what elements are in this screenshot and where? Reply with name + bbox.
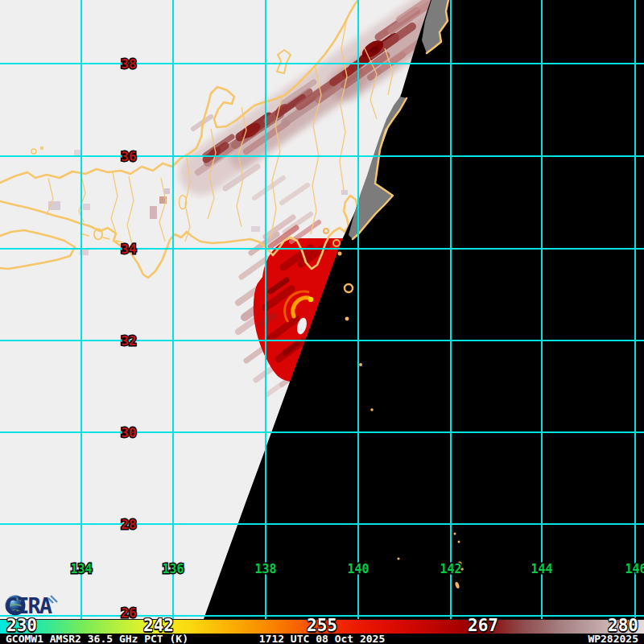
lon-label-146: 146: [625, 562, 644, 576]
lat-label-30: 30: [121, 425, 136, 440]
product-title: GCOMW1 AMSR2 36.5 GHz PCT (K): [6, 634, 188, 644]
info-bar: GCOMW1 AMSR2 36.5 GHz PCT (K) 1712 UTC 0…: [0, 634, 644, 644]
lon-label-140: 140: [347, 562, 369, 576]
cira-logo: CIRA: [4, 592, 67, 618]
storm-id: WP282025: [588, 634, 638, 644]
lat-label-26: 26: [121, 605, 136, 619]
cyclone-hot-spot: [308, 297, 313, 302]
lat-label-28: 28: [121, 517, 136, 532]
colorbar-tick-267: 267: [468, 617, 498, 631]
logo-text: CIRA: [5, 593, 52, 618]
colorbar: 230 242 255 267 280: [0, 619, 644, 634]
lon-label-144: 144: [530, 562, 552, 576]
lat-label-34: 34: [121, 242, 136, 257]
colorbar-tick-230: 230: [6, 617, 37, 631]
lat-label-32: 32: [121, 333, 136, 349]
lat-label-36: 36: [121, 149, 136, 164]
colorbar-tick-255: 255: [307, 617, 337, 631]
colorbar-tick-242: 242: [143, 617, 174, 631]
product-timestamp: 1712 UTC 08 Oct 2025: [259, 634, 386, 644]
lon-label-138: 138: [254, 562, 276, 576]
lon-label-134: 134: [70, 562, 92, 576]
colorbar-tick-280: 280: [608, 617, 638, 631]
satellite-product-image: 38 36 34 32 30 28 26 134 136 138 140 142…: [0, 0, 644, 644]
satellite-map: 38 36 34 32 30 28 26 134 136 138 140 142…: [0, 0, 644, 619]
lon-label-142: 142: [440, 562, 461, 576]
map-canvas: 38 36 34 32 30 28 26 134 136 138 140 142…: [0, 0, 644, 619]
lon-label-136: 136: [162, 562, 184, 576]
lat-label-38: 38: [121, 56, 136, 72]
